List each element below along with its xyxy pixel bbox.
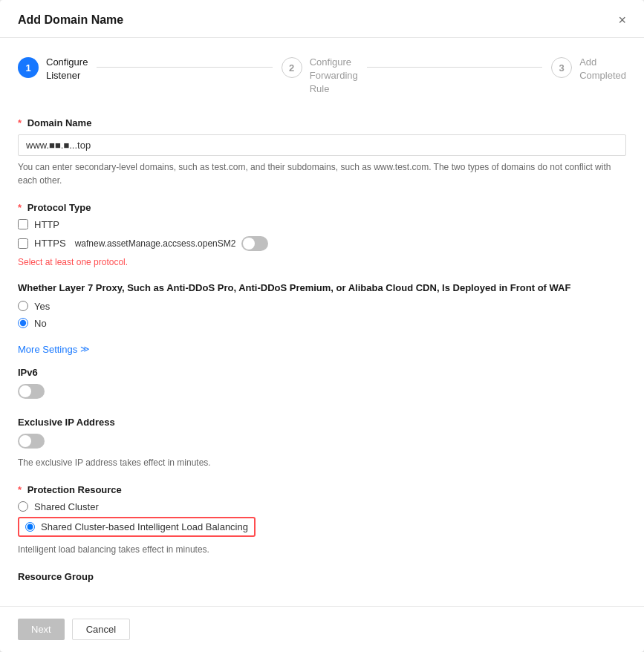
layer7-no-row: No — [18, 318, 626, 329]
domain-name-section: * Domain Name You can enter secondary-le… — [18, 117, 626, 187]
shared-cluster-radio[interactable] — [18, 501, 28, 512]
domain-name-required-star: * — [18, 117, 22, 128]
add-domain-modal: Add Domain Name × 1 ConfigureListener 2 … — [0, 0, 644, 652]
shared-intelligent-radio[interactable] — [25, 522, 35, 532]
layer7-label: Whether Layer 7 Proxy, Such as Anti-DDoS… — [18, 282, 626, 293]
https-label: HTTPS — [34, 238, 66, 249]
ipv6-section: IPv6 — [18, 367, 626, 402]
ipv6-label: IPv6 — [18, 367, 626, 378]
step-2-circle: 2 — [282, 57, 302, 78]
https-toggle[interactable] — [241, 236, 268, 251]
http-checkbox[interactable] — [18, 219, 28, 229]
exclusive-ip-section: Exclusive IP Address The exclusive IP ad… — [18, 417, 626, 469]
modal-header: Add Domain Name × — [0, 0, 644, 38]
domain-name-label: * Domain Name — [18, 117, 626, 128]
shared-intelligent-option: Shared Cluster-based Intelligent Load Ba… — [18, 517, 626, 537]
step-3: 3 AddCompleted — [551, 56, 626, 82]
step-3-label: AddCompleted — [579, 56, 626, 82]
http-label: HTTP — [34, 219, 59, 230]
exclusive-ip-toggle-thumb — [19, 435, 31, 447]
step-3-circle: 3 — [551, 57, 572, 78]
next-button[interactable]: Next — [18, 619, 65, 640]
protocol-type-section: * Protocol Type HTTP HTTPS wafnew.assetM… — [18, 202, 626, 267]
highlighted-option-box: Shared Cluster-based Intelligent Load Ba… — [18, 517, 256, 537]
protection-resource-section: * Protection Resource Shared Cluster Sha… — [18, 484, 626, 556]
protocol-required-star: * — [18, 202, 22, 213]
exclusive-ip-hint: The exclusive IP address takes effect in… — [18, 456, 626, 469]
layer7-yes-label: Yes — [34, 301, 50, 312]
layer7-no-label: No — [34, 318, 47, 329]
protection-resource-label: * Protection Resource — [18, 484, 626, 495]
layer7-no-radio[interactable] — [18, 318, 28, 328]
shared-cluster-label: Shared Cluster — [34, 501, 99, 512]
step-connector-2 — [367, 67, 542, 68]
more-settings-label: More Settings — [18, 344, 77, 355]
shared-cluster-option: Shared Cluster — [18, 501, 626, 512]
step-2: 2 ConfigureForwardingRule — [282, 56, 358, 97]
step-2-label: ConfigureForwardingRule — [310, 56, 358, 97]
layer7-yes-radio[interactable] — [18, 301, 28, 311]
protection-resource-hint: Intelligent load balancing takes effect … — [18, 543, 626, 556]
close-button[interactable]: × — [618, 13, 626, 27]
resource-group-section: Resource Group — [18, 571, 626, 582]
https-option-row: HTTPS wafnew.assetManage.accsess.openSM2 — [18, 236, 626, 251]
https-extra-text: wafnew.assetManage.accsess.openSM2 — [75, 238, 236, 249]
step-1-circle: 1 — [18, 57, 39, 78]
shared-intelligent-label: Shared Cluster-based Intelligent Load Ba… — [41, 521, 248, 532]
domain-name-input[interactable] — [18, 134, 626, 156]
domain-name-hint: You can enter secondary-level domains, s… — [18, 160, 626, 187]
modal-body: 1 ConfigureListener 2 ConfigureForwardin… — [0, 38, 644, 606]
layer7-yes-row: Yes — [18, 301, 626, 312]
step-connector-1 — [97, 67, 272, 68]
more-settings-link[interactable]: More Settings ❯ ❯ ≫ — [18, 344, 626, 355]
protocol-error-text: Select at least one protocol. — [18, 257, 626, 267]
ipv6-toggle-thumb — [19, 385, 31, 397]
exclusive-ip-label: Exclusive IP Address — [18, 417, 626, 428]
cancel-button[interactable]: Cancel — [72, 619, 130, 640]
step-1-label: ConfigureListener — [46, 56, 88, 82]
https-checkbox[interactable] — [18, 238, 28, 249]
modal-title: Add Domain Name — [18, 13, 123, 27]
stepper: 1 ConfigureListener 2 ConfigureForwardin… — [18, 56, 626, 97]
step-1: 1 ConfigureListener — [18, 56, 88, 82]
resource-group-label: Resource Group — [18, 571, 626, 582]
https-toggle-thumb — [243, 238, 255, 250]
layer7-section: Whether Layer 7 Proxy, Such as Anti-DDoS… — [18, 282, 626, 329]
protocol-type-label: * Protocol Type — [18, 202, 626, 213]
exclusive-ip-toggle[interactable] — [18, 434, 45, 449]
ipv6-toggle[interactable] — [18, 384, 45, 399]
protection-required-star: * — [18, 484, 22, 495]
http-option-row: HTTP — [18, 219, 626, 230]
modal-footer: Next Cancel — [0, 606, 644, 652]
